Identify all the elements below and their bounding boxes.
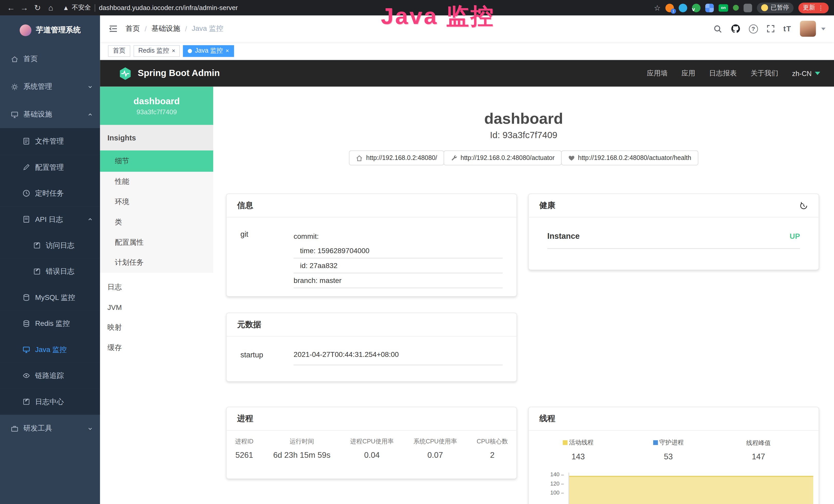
github-icon[interactable]: [731, 24, 740, 33]
log-icon: [22, 215, 30, 223]
sba-item-caches[interactable]: 缓存: [100, 338, 213, 358]
y-axis-tick: 100: [547, 489, 564, 496]
sba-item-config-props[interactable]: 配置属性: [100, 232, 213, 253]
metadata-value: 2021-04-27T00:44:31.254+08:00: [293, 350, 503, 365]
process-col-pid: 进程ID 5261: [235, 437, 253, 459]
sba-nav-log-report[interactable]: 日志报表: [709, 69, 737, 78]
sba-item-mappings[interactable]: 映射: [100, 317, 213, 338]
search-icon[interactable]: [713, 24, 722, 33]
sba-instance-header[interactable]: dashboard 93a3fc7f7409: [100, 87, 213, 125]
bookmark-star-icon[interactable]: ☆: [654, 3, 661, 12]
extension-grid-icon[interactable]: [705, 3, 714, 12]
sidebar-item-file-management[interactable]: 文件管理: [0, 128, 100, 154]
breadcrumb-infrastructure[interactable]: 基础设施: [152, 24, 180, 33]
sidebar-item-label: 日志中心: [35, 397, 64, 407]
tab-home[interactable]: 首页: [108, 45, 130, 57]
extension-fox-icon[interactable]: 1: [665, 3, 674, 12]
chevron-up-icon: [87, 111, 93, 117]
sidebar-item-config-management[interactable]: 配置管理: [0, 154, 100, 180]
back-icon[interactable]: ←: [5, 0, 17, 16]
sba-sidebar: dashboard 93a3fc7f7409 Insights 细节 性能 环境…: [100, 87, 213, 504]
wrench-icon: [451, 155, 458, 161]
sidebar-item-scheduled-jobs[interactable]: 定时任务: [0, 180, 100, 206]
sba-item-details[interactable]: 细节: [100, 151, 213, 172]
extension-on-icon[interactable]: on: [719, 4, 728, 12]
legend-peak-threads: 线程峰值 147: [729, 437, 788, 461]
breadcrumb-home[interactable]: 首页: [126, 24, 140, 33]
sidebar-item-label: Java 监控: [35, 345, 67, 354]
reload-icon[interactable]: ↻: [32, 0, 43, 16]
url-text[interactable]: dashboard.yudao.iocoder.cn/infra/admin-s…: [99, 4, 238, 12]
info-line-id: id: 27aa832: [293, 258, 503, 273]
avatar[interactable]: [800, 21, 816, 37]
forward-icon[interactable]: →: [19, 0, 29, 16]
extensions-puzzle-icon[interactable]: [744, 3, 752, 12]
close-icon[interactable]: ×: [172, 48, 175, 54]
card-title: 进程: [237, 414, 253, 423]
security-warning[interactable]: ▲ 不安全: [63, 3, 91, 12]
chrome-update-button[interactable]: 更新 ⋮: [798, 2, 829, 13]
sba-item-scheduled-tasks[interactable]: 计划任务: [100, 253, 213, 273]
sidebar-item-label: Redis 监控: [35, 319, 70, 328]
app-logo[interactable]: 芋道管理系统: [0, 16, 100, 45]
history-icon[interactable]: [799, 201, 808, 210]
actuator-url-button[interactable]: http://192.168.0.2:48080/actuator: [444, 151, 562, 165]
legend-swatch-blue: [653, 440, 658, 445]
sba-item-jvm[interactable]: JVM: [100, 297, 213, 318]
breadcrumb-current: Java 监控: [192, 24, 223, 33]
sidebar-item-api-logs[interactable]: API 日志: [0, 206, 100, 232]
sba-root-items: 日志 JVM 映射 缓存: [100, 273, 213, 358]
sidebar-collapse-icon[interactable]: [108, 24, 118, 33]
extension-leaf-icon[interactable]: [733, 5, 739, 11]
fullscreen-icon[interactable]: [766, 24, 775, 33]
process-value: 0.04: [350, 450, 394, 459]
sba-navbar: Spring Boot Admin 应用墙 应用 日志报表 关于我们 zh-CN: [100, 60, 834, 87]
card-title: 健康: [540, 201, 555, 210]
tags-view: 首页 Redis 监控 × Java 监控 ×: [100, 42, 834, 60]
close-icon[interactable]: ×: [225, 48, 229, 54]
sba-item-logs[interactable]: 日志: [100, 277, 213, 297]
address-bar[interactable]: ▲ 不安全 dashboard.yudao.iocoder.cn/infra/a…: [63, 3, 652, 12]
process-label: CPU核心数: [477, 437, 508, 445]
health-card-header: 健康: [529, 194, 818, 217]
sidebar-item-log-center[interactable]: 日志中心: [0, 389, 100, 415]
header-actions: ? tT: [713, 21, 825, 37]
service-url-button[interactable]: http://192.168.0.2:48080/: [349, 151, 444, 165]
extension-drop-icon[interactable]: [679, 3, 687, 12]
sidebar-item-dev-tools[interactable]: 研发工具: [0, 415, 100, 442]
sidebar-item-label: 配置管理: [35, 162, 64, 172]
extension-v-icon[interactable]: v: [692, 3, 700, 12]
database-icon: [22, 294, 30, 301]
sba-nav-about[interactable]: 关于我们: [750, 69, 778, 78]
sba-item-classes[interactable]: 类: [100, 212, 213, 232]
sidebar-item-redis-monitor[interactable]: Redis 监控: [0, 311, 100, 336]
sidebar-item-tracing[interactable]: 链路追踪: [0, 363, 100, 388]
extension-badge: 1: [671, 8, 676, 14]
sidebar-item-infrastructure[interactable]: 基础设施: [0, 100, 100, 128]
tab-redis-monitor[interactable]: Redis 监控 ×: [134, 45, 180, 57]
font-size-icon[interactable]: tT: [784, 24, 792, 33]
sidebar-item-mysql-monitor[interactable]: MySQL 监控: [0, 284, 100, 311]
instance-links: http://192.168.0.2:48080/ http://192.168…: [213, 151, 834, 165]
process-card-header: 进程: [226, 407, 517, 431]
process-col-uptime: 运行时间 6d 23h 15m 59s: [273, 437, 331, 459]
sba-nav-applications[interactable]: 应用: [681, 69, 695, 78]
sidebar-item-access-logs[interactable]: 访问日志: [0, 232, 100, 258]
locale-selector[interactable]: zh-CN: [792, 69, 820, 77]
health-url-button[interactable]: http://192.168.0.2:48080/actuator/health: [561, 151, 698, 165]
sba-nav-wallboard[interactable]: 应用墙: [647, 69, 667, 78]
sba-brand[interactable]: Spring Boot Admin: [118, 66, 220, 81]
sidebar-item-java-monitor[interactable]: Java 监控: [0, 337, 100, 363]
card-title: 线程: [540, 414, 555, 423]
help-icon[interactable]: ?: [749, 24, 758, 33]
sidebar-item-error-logs[interactable]: 错误日志: [0, 258, 100, 284]
sba-item-environment[interactable]: 环境: [100, 192, 213, 212]
home-icon[interactable]: ⌂: [45, 0, 56, 16]
sba-item-metrics[interactable]: 性能: [100, 172, 213, 192]
paused-chip[interactable]: 已暂停: [757, 2, 793, 13]
live-threads-area: [569, 476, 813, 504]
tab-java-monitor[interactable]: Java 监控 ×: [183, 45, 234, 57]
sidebar-item-home[interactable]: 首页: [0, 45, 100, 73]
sidebar-item-system[interactable]: 系统管理: [0, 73, 100, 101]
legend-daemon-threads: 守护进程 53: [639, 437, 698, 461]
